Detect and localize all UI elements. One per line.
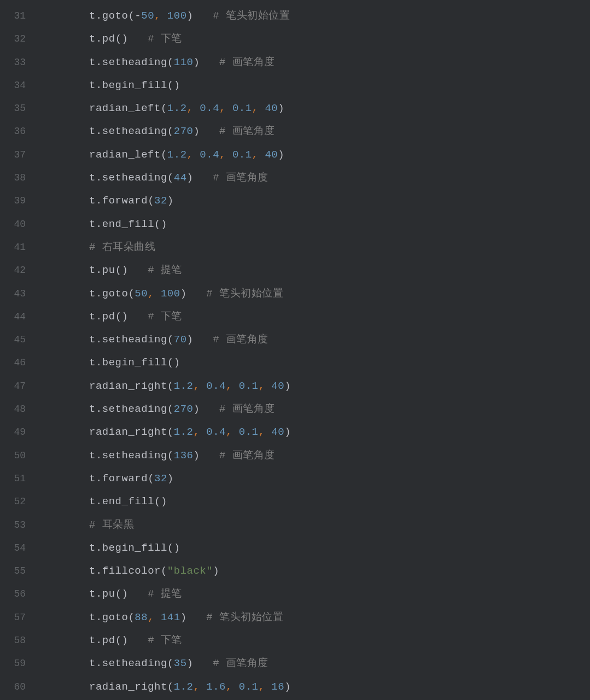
- token-p: (): [115, 634, 128, 646]
- code-line[interactable]: t.setheading(270) # 画笔角度: [50, 120, 590, 143]
- line-number[interactable]: 44: [0, 305, 36, 328]
- token-num: 110: [174, 56, 194, 68]
- code-line[interactable]: t.pd() # 下笔: [50, 305, 590, 328]
- token-num: 1.2: [167, 102, 187, 114]
- line-number[interactable]: 56: [0, 582, 36, 605]
- line-number[interactable]: 34: [0, 74, 36, 97]
- line-number-gutter[interactable]: 3132333435363738394041424344454647484950…: [0, 0, 36, 700]
- line-number[interactable]: 50: [0, 444, 36, 467]
- code-line[interactable]: t.pu() # 提笔: [50, 259, 590, 282]
- token-cmt: # 笔头初始位置: [206, 611, 283, 623]
- token-p: ): [284, 681, 291, 693]
- token-comma: ,: [252, 149, 265, 161]
- token-id: pu: [102, 588, 115, 600]
- code-line[interactable]: t.forward(32): [50, 189, 590, 212]
- line-number[interactable]: 43: [0, 282, 36, 305]
- line-number[interactable]: 57: [0, 606, 36, 629]
- code-line[interactable]: t.setheading(35) # 画笔角度: [50, 652, 590, 675]
- token-p: .: [96, 472, 102, 485]
- line-number[interactable]: 46: [0, 351, 36, 374]
- code-line[interactable]: t.forward(32): [50, 467, 590, 490]
- line-number[interactable]: 47: [0, 375, 36, 398]
- code-line[interactable]: # 右耳朵曲线: [50, 236, 590, 259]
- code-line[interactable]: t.pd() # 下笔: [50, 629, 590, 652]
- code-line[interactable]: t.setheading(70) # 画笔角度: [50, 328, 590, 351]
- code-line[interactable]: t.setheading(270) # 画笔角度: [50, 398, 590, 421]
- line-number[interactable]: 49: [0, 421, 36, 444]
- fold-strip[interactable]: [36, 0, 45, 700]
- code-line[interactable]: radian_right(1.2, 0.4, 0.1, 40): [50, 421, 590, 444]
- code-line[interactable]: t.setheading(44) # 画笔角度: [50, 166, 590, 189]
- token-id: t: [89, 565, 96, 577]
- code-line[interactable]: t.setheading(110) # 画笔角度: [50, 51, 590, 74]
- token-sp: [128, 311, 148, 323]
- token-id: t: [89, 495, 96, 508]
- code-line[interactable]: # 耳朵黑: [50, 514, 590, 536]
- line-number[interactable]: 52: [0, 490, 36, 513]
- token-p: (): [115, 33, 128, 45]
- line-number[interactable]: 59: [0, 652, 36, 675]
- code-line[interactable]: t.end_fill(): [50, 490, 590, 513]
- line-number[interactable]: 37: [0, 143, 36, 166]
- line-number[interactable]: 36: [0, 120, 36, 143]
- line-number[interactable]: 51: [0, 467, 36, 490]
- code-line[interactable]: t.end_fill(): [50, 213, 590, 236]
- token-p: .: [96, 542, 102, 554]
- token-num: 0.4: [200, 149, 219, 161]
- token-num: 136: [174, 450, 194, 462]
- token-sp: [200, 450, 219, 462]
- line-number[interactable]: 39: [0, 189, 36, 212]
- token-comma: ,: [187, 149, 200, 161]
- line-number[interactable]: 53: [0, 514, 36, 536]
- token-p: .: [96, 195, 102, 207]
- token-id: forward: [102, 472, 148, 485]
- code-line[interactable]: radian_left(1.2, 0.4, 0.1, 40): [50, 97, 590, 120]
- code-line[interactable]: t.setheading(136) # 画笔角度: [50, 444, 590, 467]
- token-id: end_fill: [102, 218, 154, 230]
- line-number[interactable]: 38: [0, 166, 36, 189]
- token-p: (: [167, 56, 174, 68]
- code-line[interactable]: t.begin_fill(): [50, 536, 590, 559]
- token-num: 1.2: [174, 681, 194, 693]
- line-number[interactable]: 33: [0, 51, 36, 74]
- code-line[interactable]: radian_right(1.2, 1.6, 0.1, 16): [50, 675, 590, 698]
- line-number[interactable]: 60: [0, 675, 36, 698]
- code-line[interactable]: t.fillcolor("black"): [50, 559, 590, 582]
- token-p: (): [167, 542, 180, 554]
- token-sp: [193, 172, 213, 184]
- code-editor[interactable]: 3132333435363738394041424344454647484950…: [0, 0, 590, 700]
- line-number[interactable]: 32: [0, 27, 36, 50]
- line-number[interactable]: 45: [0, 328, 36, 351]
- code-line[interactable]: t.begin_fill(): [50, 74, 590, 97]
- code-line[interactable]: t.pu() # 提笔: [50, 582, 590, 605]
- token-id: goto: [102, 10, 128, 22]
- line-number[interactable]: 54: [0, 536, 36, 559]
- token-num: 100: [161, 288, 180, 300]
- code-line[interactable]: t.goto(50, 100) # 笔头初始位置: [50, 282, 590, 305]
- line-number[interactable]: 40: [0, 213, 36, 236]
- token-cmt: # 笔头初始位置: [206, 288, 283, 300]
- line-number[interactable]: 58: [0, 629, 36, 652]
- token-str: "black": [167, 565, 213, 577]
- line-number[interactable]: 35: [0, 97, 36, 120]
- line-number[interactable]: 41: [0, 236, 36, 259]
- line-number[interactable]: 55: [0, 559, 36, 582]
- code-line[interactable]: t.pd() # 下笔: [50, 27, 590, 50]
- token-id: begin_fill: [102, 79, 167, 91]
- code-line[interactable]: t.goto(88, 141) # 笔头初始位置: [50, 606, 590, 629]
- token-p: (: [167, 657, 174, 669]
- token-id: radian_right: [89, 426, 167, 438]
- code-area[interactable]: t.goto(-50, 100) # 笔头初始位置t.pd() # 下笔t.se…: [45, 0, 590, 700]
- line-number[interactable]: 48: [0, 398, 36, 421]
- code-line[interactable]: t.begin_fill(): [50, 351, 590, 374]
- token-num: 141: [161, 611, 180, 623]
- line-number[interactable]: 42: [0, 259, 36, 282]
- token-id: setheading: [102, 56, 167, 68]
- code-line[interactable]: radian_left(1.2, 0.4, 0.1, 40): [50, 143, 590, 166]
- code-line[interactable]: t.goto(-50, 100) # 笔头初始位置: [50, 4, 590, 27]
- token-p: ): [187, 334, 194, 346]
- code-line[interactable]: radian_right(1.2, 0.4, 0.1, 40): [50, 375, 590, 398]
- token-p: .: [96, 218, 102, 230]
- line-number[interactable]: 31: [0, 4, 36, 27]
- token-p: ): [193, 450, 200, 462]
